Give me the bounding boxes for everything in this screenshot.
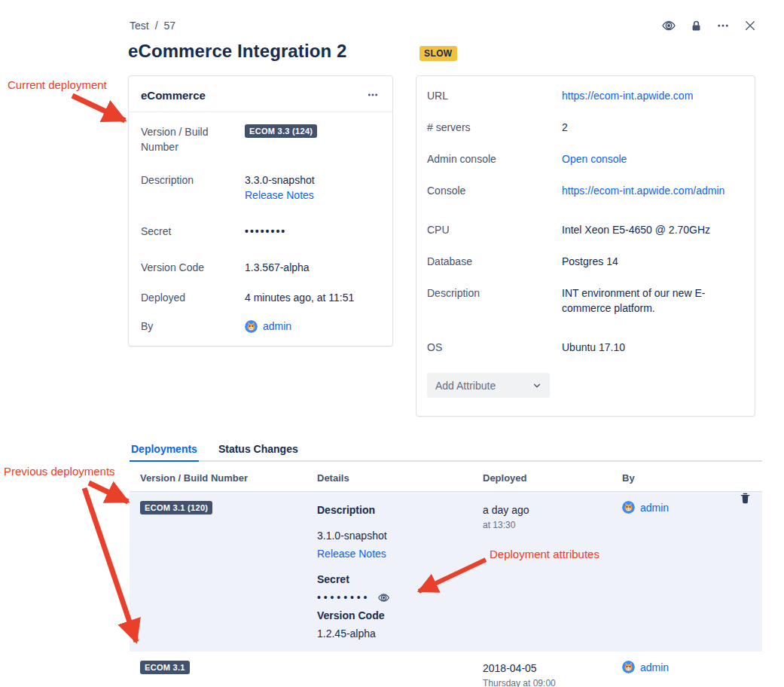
tab-bar: Deployments Status Changes bbox=[130, 443, 762, 462]
add-attribute-placeholder: Add Attribute bbox=[435, 380, 496, 392]
lock-icon[interactable] bbox=[688, 18, 703, 33]
tab-status-changes[interactable]: Status Changes bbox=[217, 443, 300, 462]
row1-version-badge: ECOM 3.1 (120) bbox=[140, 501, 212, 514]
annotation-previous-deployments: Previous deployments bbox=[4, 465, 115, 478]
attr-label-os: OS bbox=[427, 340, 562, 355]
release-notes-link[interactable]: Release Notes bbox=[245, 189, 314, 201]
attr-value-cpu: Intel Xeon E5-4650 @ 2.70GHz bbox=[562, 222, 744, 237]
row1-version-code-value: 1.2.45-alpha bbox=[317, 626, 483, 641]
watch-icon[interactable] bbox=[661, 18, 676, 33]
deployment-card-title: eCommerce bbox=[141, 89, 206, 102]
version-code-label: Version Code bbox=[141, 260, 245, 275]
close-icon[interactable] bbox=[743, 18, 758, 33]
version-badge: ECOM 3.3 (124) bbox=[245, 124, 317, 138]
breadcrumb-category[interactable]: Test bbox=[130, 20, 149, 32]
attr-label-admin-console: Admin console bbox=[427, 151, 562, 166]
more-icon[interactable] bbox=[715, 18, 731, 33]
reveal-secret-eye-icon[interactable] bbox=[377, 591, 390, 604]
row1-description-label: Description bbox=[317, 502, 483, 518]
row2-version-badge: ECOM 3.1 bbox=[140, 661, 190, 674]
description-label: Description bbox=[141, 173, 245, 203]
deployed-label: Deployed bbox=[141, 290, 245, 305]
deployed-by-user-link[interactable]: admin bbox=[263, 319, 291, 334]
attr-label-database: Database bbox=[427, 254, 562, 269]
attr-label-description: Description bbox=[427, 285, 562, 316]
row1-version-code-label: Version Code bbox=[317, 608, 483, 623]
breadcrumb-separator: / bbox=[155, 20, 158, 32]
row2-deployed: 2018-04-05 bbox=[483, 661, 622, 676]
tab-deployments[interactable]: Deployments bbox=[130, 443, 199, 462]
chevron-down-icon bbox=[532, 380, 542, 391]
row2-deployed-sub: Thursday at 09:00 bbox=[483, 677, 622, 687]
description-value: 3.3.0-snapshot bbox=[245, 173, 380, 188]
row2-by-user-link[interactable]: admin bbox=[640, 661, 669, 673]
attr-value-os: Ubuntu 17.10 bbox=[562, 340, 744, 355]
table-row: ECOM 3.1 2018-04-05 Thursday at 09:00 ad… bbox=[130, 652, 762, 687]
avatar bbox=[245, 320, 258, 333]
topbar-actions bbox=[661, 18, 758, 33]
row1-deployed: a day ago bbox=[483, 502, 622, 518]
row1-secret-value: • • • • • • • • bbox=[317, 590, 367, 605]
attr-value-servers: 2 bbox=[562, 120, 744, 135]
card-more-icon[interactable] bbox=[365, 87, 380, 102]
annotation-deployment-attributes: Deployment attributes bbox=[490, 548, 599, 560]
secret-label: Secret bbox=[141, 224, 245, 239]
attr-label-cpu: CPU bbox=[427, 222, 562, 237]
avatar bbox=[622, 501, 635, 514]
row1-by-user-link[interactable]: admin bbox=[640, 502, 669, 514]
delete-deployment-icon[interactable] bbox=[739, 495, 752, 507]
table-header-row: Version / Build Number Details Deployed … bbox=[130, 466, 762, 492]
by-label: By bbox=[141, 319, 245, 334]
add-attribute-select[interactable]: Add Attribute bbox=[427, 373, 550, 398]
col-header-deployed: Deployed bbox=[483, 472, 622, 484]
annotation-current-deployment: Current deployment bbox=[8, 78, 107, 91]
attr-value-description: INT environment of our new E-commerce pl… bbox=[562, 285, 744, 316]
breadcrumb: Test / 57 bbox=[130, 20, 175, 32]
table-row: ECOM 3.1 (120) Description 3.1.0-snapsho… bbox=[130, 492, 762, 652]
row1-description-value: 3.1.0-snapshot bbox=[317, 528, 483, 543]
attributes-card: URL https://ecom-int.apwide.com # server… bbox=[416, 75, 755, 417]
attr-value-console-link[interactable]: https://ecom-int.apwide.com/admin bbox=[562, 185, 725, 197]
secret-value: •••••••• bbox=[245, 224, 380, 239]
status-badge: SLOW bbox=[419, 46, 457, 61]
attr-label-url: URL bbox=[427, 88, 562, 103]
avatar bbox=[622, 661, 635, 673]
current-deployment-card: eCommerce Version / Build Number ECOM 3.… bbox=[128, 75, 393, 347]
col-header-details: Details bbox=[317, 472, 483, 484]
attr-value-database: Postgres 14 bbox=[562, 254, 744, 269]
attr-value-url-link[interactable]: https://ecom-int.apwide.com bbox=[562, 90, 693, 102]
deployed-value: 4 minutes ago, at 11:51 bbox=[245, 290, 380, 305]
version-code-value: 1.3.567-alpha bbox=[245, 260, 380, 275]
version-build-label: Version / Build Number bbox=[141, 124, 245, 154]
row1-secret-label: Secret bbox=[317, 572, 483, 587]
breadcrumb-item: 57 bbox=[164, 20, 176, 32]
col-header-version: Version / Build Number bbox=[130, 472, 317, 484]
row1-deployed-sub: at 13:30 bbox=[483, 519, 622, 531]
deployments-table: Version / Build Number Details Deployed … bbox=[130, 466, 762, 687]
col-header-by: By bbox=[622, 472, 739, 484]
row1-release-notes-link[interactable]: Release Notes bbox=[317, 548, 386, 560]
attr-label-console: Console bbox=[427, 183, 562, 198]
attr-value-open-console-link[interactable]: Open console bbox=[562, 153, 627, 165]
page-title: eCommerce Integration 2 bbox=[128, 41, 346, 62]
attr-label-servers: # servers bbox=[427, 120, 562, 135]
